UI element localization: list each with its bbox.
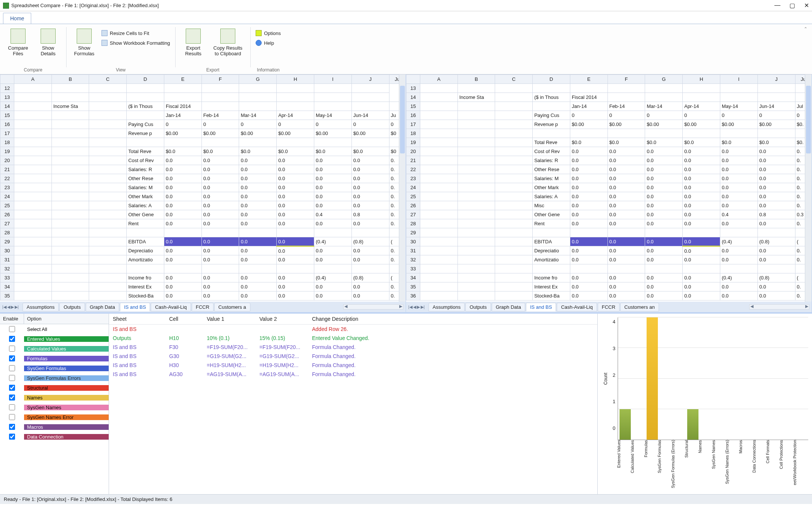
cell[interactable] [201,93,239,102]
row-header[interactable]: 24 [406,183,420,192]
col-header[interactable]: F [607,75,645,84]
cell[interactable]: 0.4 [720,210,757,219]
cell[interactable] [495,237,533,246]
row-header[interactable]: 23 [406,174,420,183]
cell[interactable] [52,165,89,174]
cell[interactable] [420,192,458,201]
cell[interactable] [14,237,52,246]
cell[interactable] [351,138,389,147]
option-checkbox[interactable] [9,434,15,440]
cell[interactable] [683,93,720,102]
option-label[interactable]: SysGen Names Error [24,414,109,420]
cell[interactable] [720,264,757,273]
cell[interactable]: 0.0 [277,201,314,210]
cell[interactable] [164,93,201,102]
col-header[interactable]: E [164,75,201,84]
tab-nav-prev[interactable]: ◀ [413,305,416,310]
diff-header[interactable]: Value 2 [256,314,308,325]
cell[interactable]: $0.00 [239,129,277,138]
cell[interactable]: Other Gene [533,210,570,219]
cell[interactable]: 0.0 [239,237,277,246]
cell[interactable]: 0.0 [570,219,607,228]
cell[interactable]: Misc [533,201,570,210]
cell[interactable]: 0.0 [351,255,389,264]
cell[interactable] [14,165,52,174]
cell[interactable] [52,93,89,102]
collapse-ribbon-icon[interactable]: ⌃ [804,26,807,32]
cell[interactable]: Cost of Rev [127,156,164,165]
cell[interactable]: 0.0 [201,255,239,264]
cell[interactable]: 0.0 [757,291,795,300]
cell[interactable]: Other Mark [127,192,164,201]
col-header[interactable]: D [127,75,164,84]
cell[interactable] [52,273,89,282]
tab-nav-first[interactable]: |◀ [2,305,6,310]
cell[interactable]: ($ in Thous [127,102,164,111]
cell[interactable]: 0.8 [757,210,795,219]
cell[interactable]: Other Gene [127,210,164,219]
cell[interactable] [89,273,127,282]
cell[interactable]: May-14 [314,111,351,120]
cell[interactable] [89,93,127,102]
cell[interactable] [52,174,89,183]
cell[interactable]: 0.0 [351,174,389,183]
cell[interactable] [277,138,314,147]
cell[interactable] [89,174,127,183]
cell[interactable] [495,255,533,264]
cell[interactable] [314,102,351,111]
cell[interactable]: 0.0 [645,183,683,192]
cell[interactable]: Salaries: A [533,192,570,201]
cell[interactable] [458,228,495,237]
cell[interactable]: 0.0 [607,219,645,228]
cell[interactable]: $0.0 [645,138,683,147]
row-header[interactable]: 18 [406,129,420,138]
cell[interactable] [420,237,458,246]
cell[interactable]: $0.0 [683,138,720,147]
cell[interactable] [52,129,89,138]
tab-nav-next[interactable]: ▶ [417,305,420,310]
cell[interactable] [89,120,127,129]
cell[interactable] [420,102,458,111]
diff-row[interactable]: IS and BSH30=H19-SUM(H2...=H19-SUM(H2...… [109,361,597,370]
cell[interactable] [52,201,89,210]
cell[interactable] [89,192,127,201]
sheet-tab[interactable]: Cash-Avail-Liq [151,303,191,311]
cell[interactable]: May-14 [720,102,757,111]
cell[interactable]: 0.0 [239,201,277,210]
cell[interactable]: Interest Ex [127,282,164,291]
row-header[interactable]: 21 [0,165,14,174]
cell[interactable]: Mar-14 [645,102,683,111]
option-checkbox[interactable] [9,395,15,401]
col-header[interactable]: B [52,75,89,84]
cell[interactable] [14,273,52,282]
cell[interactable]: 0.0 [277,255,314,264]
cell[interactable]: 0.0 [201,219,239,228]
cell[interactable]: $0.0 [314,147,351,156]
cell[interactable]: 0.0 [239,210,277,219]
cell[interactable] [420,93,458,102]
cell[interactable] [495,192,533,201]
cell[interactable] [52,282,89,291]
cell[interactable] [52,219,89,228]
cell[interactable]: 0 [351,120,389,129]
option-checkbox[interactable] [9,414,15,420]
cell[interactable]: Paying Cus [533,111,570,120]
cell[interactable]: 0.0 [683,210,720,219]
cell[interactable]: 0.0 [164,201,201,210]
cell[interactable] [420,273,458,282]
show-workbook-formatting-button[interactable]: Show Workbook Formatting [100,38,171,47]
cell[interactable] [645,84,683,93]
cell[interactable]: 0.0 [607,282,645,291]
cell[interactable] [14,156,52,165]
cell[interactable]: 0.0 [351,183,389,192]
cell[interactable] [277,264,314,273]
cell[interactable] [420,156,458,165]
col-header[interactable]: I [314,75,351,84]
cell[interactable] [52,156,89,165]
cell[interactable] [458,246,495,255]
cell[interactable]: 0.0 [757,255,795,264]
cell[interactable]: 0.0 [683,237,720,246]
cell[interactable]: 0.0 [683,156,720,165]
cell[interactable]: 0.4 [314,210,351,219]
cell[interactable]: $0.00 [351,129,389,138]
